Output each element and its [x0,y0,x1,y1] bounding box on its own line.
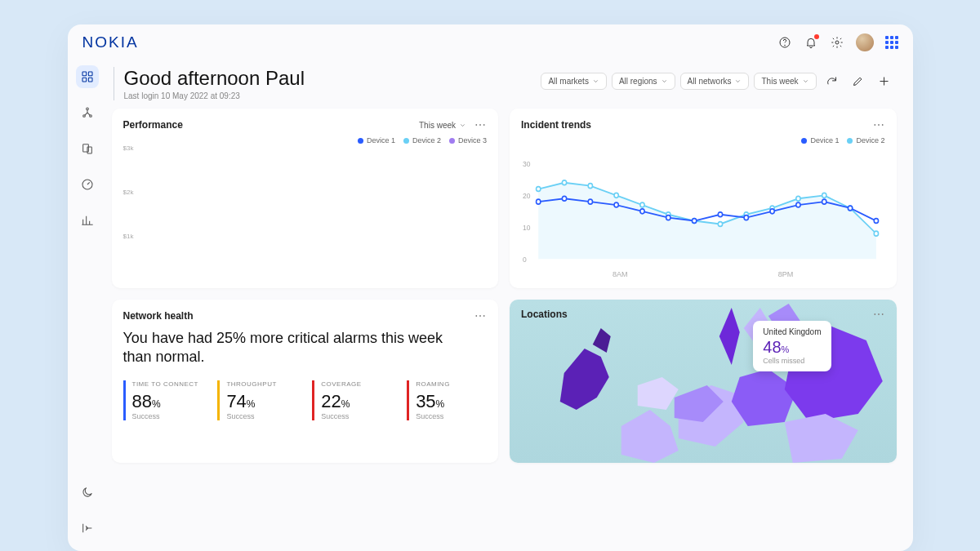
map-tooltip: United Kingdom 48% Cells missed [753,321,831,371]
svg-text:0: 0 [523,255,527,263]
help-icon[interactable] [777,35,792,50]
sidebar-dark-mode[interactable] [76,481,99,504]
svg-point-28 [822,193,826,198]
kpi: TIME TO CONNECT88%Success [123,380,203,420]
sidebar [68,60,107,551]
filter-networks[interactable]: All networks [680,73,750,90]
svg-point-17 [537,187,541,192]
svg-point-30 [874,231,878,236]
svg-point-32 [562,196,566,201]
svg-point-19 [588,184,592,189]
svg-point-39 [744,216,748,220]
svg-point-44 [874,219,878,224]
topbar: NOKIA [68,24,913,60]
last-login: Last login 10 May 2022 at 09:23 [124,91,305,100]
more-icon[interactable]: ⋯ [474,309,487,322]
svg-point-35 [640,209,644,214]
locations-map[interactable] [510,300,897,463]
svg-point-40 [770,209,774,214]
gear-icon[interactable] [830,35,844,50]
card-title: Incident trends [521,119,591,131]
card-performance: Performance This week ⋯ Device 1 Device … [112,109,499,288]
svg-text:10: 10 [523,223,530,231]
sidebar-analytics[interactable] [76,209,99,232]
svg-point-36 [666,216,670,220]
svg-rect-6 [88,78,92,82]
incidents-legend: Device 1 Device 2 [521,136,885,144]
svg-point-24 [718,222,722,227]
svg-point-41 [796,202,800,207]
add-icon[interactable] [874,70,895,91]
svg-point-42 [822,199,826,204]
page-title: Good afternoon Paul [124,67,305,90]
filter-regions[interactable]: All regions [612,73,675,90]
apps-grid-icon[interactable] [885,36,898,49]
svg-point-21 [640,202,644,207]
svg-point-1 [784,45,785,46]
card-network-health: Network health ⋯ You have had 25% more c… [112,300,499,463]
kpi: COVERAGE22%Success [312,380,392,420]
svg-text:20: 20 [523,191,530,199]
svg-point-18 [562,180,566,185]
sidebar-gauge[interactable] [76,173,99,196]
svg-point-20 [614,193,618,198]
network-health-headline: You have had 25% more critical alarms th… [123,329,451,367]
svg-rect-4 [88,72,92,76]
svg-text:30: 30 [523,160,530,168]
sidebar-network[interactable] [76,101,99,124]
card-title: Performance [123,119,183,131]
header-controls: All markets All regions All networks Thi… [541,70,894,91]
bell-icon[interactable] [804,35,818,50]
brand-logo: NOKIA [82,33,139,51]
svg-point-37 [692,219,696,224]
svg-point-31 [537,199,541,204]
topbar-actions [777,33,898,51]
svg-point-38 [718,212,722,217]
avatar[interactable] [856,33,874,51]
sidebar-collapse[interactable] [76,517,99,540]
kpi: ROAMING35%Success [407,380,487,420]
card-incidents: Incident trends ⋯ Device 1 Device 2 3020… [510,109,897,288]
edit-icon[interactable] [848,70,869,91]
page-header: Good afternoon Paul Last login 10 May 20… [112,65,897,109]
kpi: THROUGHPUT74%Success [217,380,297,420]
svg-point-33 [588,199,592,204]
sidebar-devices[interactable] [76,137,99,160]
svg-rect-5 [82,78,87,82]
performance-timeframe[interactable]: This week [419,121,466,130]
more-icon[interactable]: ⋯ [873,308,885,321]
svg-point-7 [86,108,88,110]
body: Good afternoon Paul Last login 10 May 20… [68,60,913,551]
svg-point-43 [848,206,852,211]
performance-bar-chart: $3k $2k $1k [123,144,488,278]
main: Good afternoon Paul Last login 10 May 20… [107,60,913,551]
svg-point-27 [796,196,800,201]
card-title: Network health [123,310,194,322]
card-locations: Locations ⋯ [510,300,897,463]
more-icon[interactable]: ⋯ [873,118,885,131]
kpi-row: TIME TO CONNECT88%SuccessTHROUGHPUT74%Su… [123,380,488,420]
card-title: Locations [521,309,568,320]
card-grid: Performance This week ⋯ Device 1 Device … [112,109,897,463]
filter-timeframe[interactable]: This week [754,73,816,90]
app-window: NOKIA Good afte [68,24,913,551]
refresh-icon[interactable] [822,70,843,91]
sidebar-dashboard[interactable] [76,65,99,88]
more-icon[interactable]: ⋯ [474,118,487,131]
filter-markets[interactable]: All markets [541,73,606,90]
svg-point-2 [835,41,839,44]
performance-legend: Device 1 Device 2 Device 3 [123,136,488,144]
svg-point-34 [614,202,618,207]
svg-rect-3 [82,72,87,76]
incidents-line-chart: 3020100 [521,144,885,269]
